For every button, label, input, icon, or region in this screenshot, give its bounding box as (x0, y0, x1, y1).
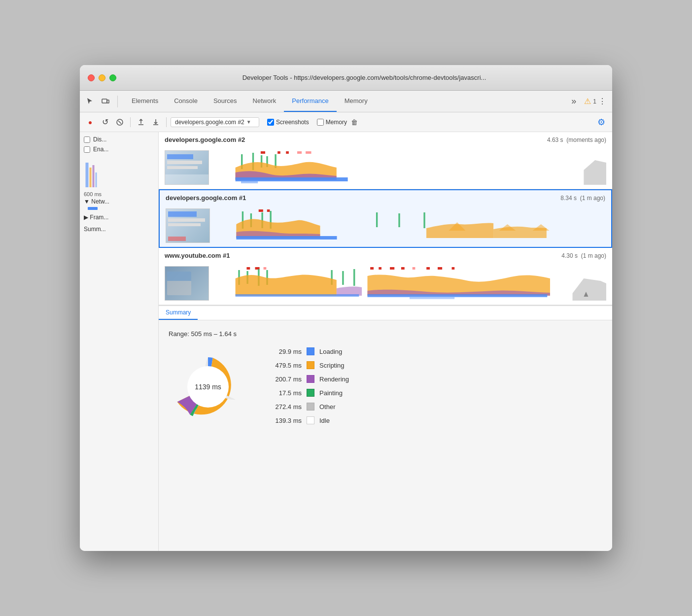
svg-rect-33 (246, 267, 250, 270)
summary-tab-summary[interactable]: Summary (159, 306, 198, 320)
memory-checkbox-group: Memory (317, 119, 347, 126)
network-section[interactable]: ▼ Netw... (84, 197, 154, 206)
svg-rect-11 (297, 151, 302, 154)
recording-item-1[interactable]: developers.google.com #2 4.63 s (moments… (159, 132, 612, 189)
network-bar (88, 207, 154, 210)
url-selector[interactable]: developers.google.com #2 ▼ (171, 117, 259, 127)
tab-memory[interactable]: Memory (337, 91, 376, 112)
reload-button[interactable]: ↺ (99, 116, 111, 129)
responsive-icon[interactable] (100, 96, 111, 107)
close-button[interactable] (88, 74, 95, 81)
svg-rect-26 (376, 212, 378, 227)
main-content: Dis... Ena... 600 ms ▼ Netw... (80, 132, 612, 551)
recording-thumb-1 (165, 150, 209, 185)
clear-recordings-button[interactable]: 🗑 (351, 118, 358, 126)
svg-rect-8 (261, 151, 265, 154)
enable-option: Ena... (84, 146, 154, 153)
svg-rect-4 (86, 163, 89, 187)
warning-badge: ⚠ 1 (584, 97, 596, 106)
svg-rect-36 (370, 267, 374, 270)
upload-button[interactable] (135, 116, 147, 129)
recording-meta-2: 8.34 s (1 m ago) (560, 195, 605, 202)
svg-marker-32 (533, 224, 550, 231)
svg-rect-18 (236, 177, 348, 181)
idle-color-swatch (307, 416, 314, 424)
legend-rendering: 200.7 ms Rendering (267, 375, 349, 383)
recording-title-3: www.youtube.com #1 (165, 252, 230, 259)
tab-icon-group (84, 96, 118, 107)
recording-thumb-3 (165, 266, 209, 301)
svg-rect-38 (390, 267, 394, 270)
svg-rect-27 (398, 213, 400, 227)
record-button[interactable]: ● (84, 116, 97, 129)
svg-rect-50 (353, 269, 355, 286)
recording-meta-3: 4.30 s (1 m ago) (561, 252, 606, 259)
svg-line-3 (118, 121, 121, 124)
maximize-button[interactable] (109, 74, 116, 81)
tab-menu-button[interactable]: ⋮ (596, 96, 608, 107)
legend-scripting: 479.5 ms Scripting (267, 361, 349, 369)
scripting-color-swatch (307, 361, 314, 369)
svg-rect-0 (102, 99, 107, 103)
stats-legend: 29.9 ms Loading 479.5 ms Scripting 200.7… (267, 347, 349, 424)
legend-painting: 17.5 ms Painting (267, 389, 349, 397)
svg-rect-5 (90, 168, 92, 187)
recording-title-1: developers.google.com #2 (165, 136, 245, 143)
memory-label[interactable]: Memory (317, 119, 347, 126)
disable-option: Dis... (84, 136, 154, 143)
tabs-overflow-button[interactable]: » (567, 96, 580, 106)
svg-rect-40 (413, 267, 415, 270)
disable-checkbox[interactable] (84, 137, 90, 143)
performance-toolbar: ● ↺ developers.google.com #2 ▼ (80, 112, 612, 132)
screenshots-label[interactable]: Screenshots (267, 119, 309, 126)
recording-item-2[interactable]: developers.google.com #1 8.34 s (1 m ago… (159, 189, 612, 248)
recordings-panel: developers.google.com #2 4.63 s (moments… (159, 132, 612, 306)
recording-header-2: developers.google.com #1 8.34 s (1 m ago… (166, 194, 605, 202)
recording-chart-3 (165, 261, 606, 301)
donut-total-label: 1139 ms (195, 383, 221, 391)
chart-area-2 (214, 208, 605, 243)
svg-rect-7 (96, 172, 97, 187)
loading-color-swatch (307, 347, 314, 355)
chart-area-3 (213, 266, 606, 301)
recording-chart-2 (166, 204, 605, 243)
summary-content: Range: 505 ms – 1.64 s (159, 320, 612, 436)
recording-thumb-2 (166, 208, 210, 243)
frames-section[interactable]: ▶ Fram... (84, 213, 154, 222)
tab-sources[interactable]: Sources (206, 91, 245, 112)
cursor-icon[interactable] (84, 96, 96, 107)
recording-chart-1 (165, 145, 606, 185)
dropdown-icon: ▼ (246, 119, 251, 125)
svg-rect-39 (401, 267, 405, 270)
clear-button[interactable] (113, 116, 126, 129)
download-button[interactable] (149, 116, 162, 129)
svg-rect-28 (423, 212, 425, 228)
painting-color-swatch (307, 389, 314, 397)
tab-elements[interactable]: Elements (124, 91, 166, 112)
svg-rect-52 (410, 297, 454, 299)
svg-rect-6 (93, 165, 95, 187)
tab-network[interactable]: Network (245, 91, 284, 112)
mini-chart (84, 158, 154, 187)
recording-item-3[interactable]: www.youtube.com #1 4.30 s (1 m ago) (159, 248, 612, 305)
devtools-window: Developer Tools - https://developers.goo… (80, 65, 612, 551)
tab-console[interactable]: Console (166, 91, 206, 112)
svg-rect-42 (438, 267, 442, 270)
summary-panel: Summary Range: 505 ms – 1.64 s (159, 306, 612, 551)
minimize-button[interactable] (99, 74, 105, 81)
recording-meta-1: 4.63 s (moments ago) (547, 137, 606, 143)
legend-idle: 139.3 ms Idle (267, 416, 349, 424)
warning-icon: ⚠ (584, 97, 591, 106)
screenshots-checkbox[interactable] (267, 119, 274, 126)
svg-rect-29 (236, 236, 337, 240)
svg-rect-43 (452, 267, 455, 270)
rendering-color-swatch (307, 375, 314, 383)
memory-checkbox[interactable] (317, 119, 324, 126)
summary-section[interactable]: Summ... (84, 225, 154, 234)
donut-chart: 1139 ms (169, 347, 247, 426)
svg-rect-12 (306, 151, 311, 154)
other-color-swatch (307, 403, 314, 411)
tab-performance[interactable]: Performance (284, 91, 336, 112)
enable-checkbox[interactable] (84, 146, 90, 153)
settings-button[interactable]: ⚙ (594, 115, 608, 129)
